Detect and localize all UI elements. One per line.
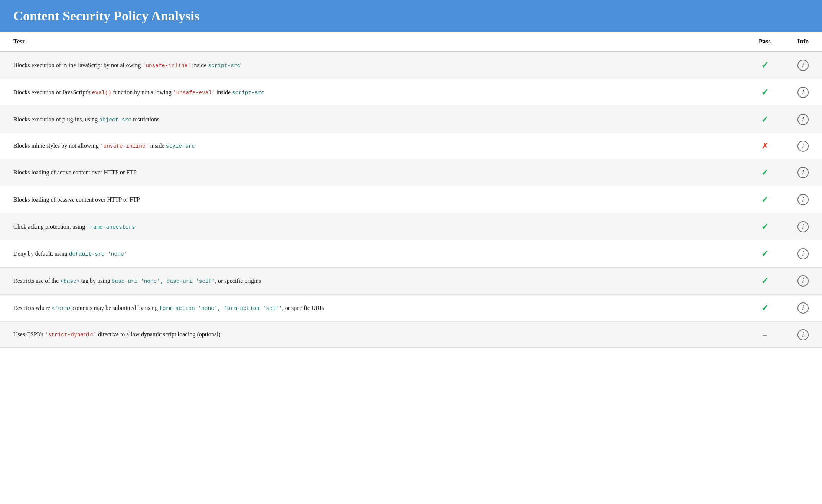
test-text: Restricts where <box>13 305 52 311</box>
info-icon[interactable]: i <box>797 194 809 205</box>
table-row: Restricts where <form> contents may be s… <box>0 295 822 322</box>
table-container: Test Pass Info Blocks execution of inlin… <box>0 32 822 355</box>
test-cell: Blocks execution of JavaScript's eval() … <box>0 79 746 106</box>
pass-check-icon: ✓ <box>761 249 769 259</box>
code-teal: script-src <box>208 63 240 69</box>
table-header-row: Test Pass Info <box>0 32 822 52</box>
info-icon[interactable]: i <box>797 329 809 340</box>
table-row: Blocks loading of active content over HT… <box>0 159 822 186</box>
code-teal: <form> <box>52 305 71 311</box>
code-teal: object-src <box>99 117 131 123</box>
test-text: function by not allowing <box>111 89 173 95</box>
info-icon[interactable]: i <box>797 114 809 125</box>
info-icon[interactable]: i <box>797 167 809 178</box>
table-row: Blocks inline styles by not allowing 'un… <box>0 133 822 159</box>
test-text: inside <box>215 89 232 95</box>
code-teal: script-src <box>232 90 264 96</box>
code-red: 'unsafe-eval' <box>173 90 215 96</box>
test-cell: Restricts use of the <base> tag by using… <box>0 268 746 295</box>
test-cell: Clickjacking protection, using frame-anc… <box>0 213 746 240</box>
info-icon[interactable]: i <box>797 141 809 152</box>
info-icon[interactable]: i <box>797 87 809 98</box>
test-text: Uses CSP3's <box>13 331 45 337</box>
test-text: , or specific URIs <box>282 305 324 311</box>
col-header-info: Info <box>784 32 822 52</box>
table-row: Deny by default, using default-src 'none… <box>0 240 822 268</box>
pass-check-icon: ✓ <box>761 222 769 232</box>
info-cell: i <box>784 268 822 295</box>
col-header-test: Test <box>0 32 746 52</box>
code-red: eval() <box>92 90 111 96</box>
info-cell: i <box>784 79 822 106</box>
test-text: restrictions <box>131 116 159 122</box>
code-red: 'unsafe-inline' <box>143 63 191 69</box>
test-text: Blocks loading of active content over HT… <box>13 169 137 176</box>
code-red: 'strict-dynamic' <box>45 332 97 338</box>
info-cell: i <box>784 322 822 348</box>
test-text: Restricts use of the <box>13 278 60 284</box>
test-text: inside <box>191 62 208 68</box>
results-table: Test Pass Info Blocks execution of inlin… <box>0 32 822 348</box>
pass-cell: ✓ <box>746 186 784 213</box>
test-text: tag by using <box>79 278 111 284</box>
table-row: Blocks execution of plug-ins, using obje… <box>0 106 822 133</box>
pass-cell: – <box>746 322 784 348</box>
pass-cross-icon: ✗ <box>761 141 768 151</box>
test-text: Blocks execution of plug-ins, using <box>13 116 99 122</box>
table-row: Blocks execution of JavaScript's eval() … <box>0 79 822 106</box>
info-cell: i <box>784 106 822 133</box>
table-row: Restricts use of the <base> tag by using… <box>0 268 822 295</box>
info-icon[interactable]: i <box>797 60 809 71</box>
code-teal: form-action 'none', form-action 'self' <box>159 305 282 311</box>
page-header: Content Security Policy Analysis <box>0 0 822 32</box>
table-row: Clickjacking protection, using frame-anc… <box>0 213 822 240</box>
pass-cell: ✓ <box>746 268 784 295</box>
page-title: Content Security Policy Analysis <box>13 8 809 24</box>
info-cell: i <box>784 52 822 79</box>
pass-check-icon: ✓ <box>761 195 769 204</box>
test-cell: Blocks inline styles by not allowing 'un… <box>0 133 746 159</box>
info-cell: i <box>784 213 822 240</box>
code-teal: frame-ancestors <box>87 224 135 230</box>
info-icon[interactable]: i <box>797 302 809 314</box>
pass-cell: ✓ <box>746 295 784 322</box>
table-row: Blocks loading of passive content over H… <box>0 186 822 213</box>
test-text: inside <box>149 143 166 149</box>
pass-check-icon: ✓ <box>761 168 769 177</box>
info-cell: i <box>784 240 822 268</box>
code-teal: <base> <box>60 278 79 284</box>
info-cell: i <box>784 186 822 213</box>
test-text: Blocks loading of passive content over H… <box>13 196 140 203</box>
test-text: Clickjacking protection, using <box>13 223 87 230</box>
test-cell: Restricts where <form> contents may be s… <box>0 295 746 322</box>
test-cell: Blocks execution of inline JavaScript by… <box>0 52 746 79</box>
test-cell: Uses CSP3's 'strict-dynamic' directive t… <box>0 322 746 348</box>
pass-cell: ✗ <box>746 133 784 159</box>
info-cell: i <box>784 133 822 159</box>
pass-cell: ✓ <box>746 52 784 79</box>
pass-dash-icon: – <box>763 330 767 339</box>
test-cell: Blocks loading of passive content over H… <box>0 186 746 213</box>
pass-check-icon: ✓ <box>761 276 769 286</box>
pass-cell: ✓ <box>746 240 784 268</box>
page-wrapper: Content Security Policy Analysis Test Pa… <box>0 0 822 355</box>
test-text: , or specific origins <box>215 278 261 284</box>
info-icon[interactable]: i <box>797 248 809 259</box>
table-row: Uses CSP3's 'strict-dynamic' directive t… <box>0 322 822 348</box>
info-icon[interactable]: i <box>797 221 809 232</box>
table-row: Blocks execution of inline JavaScript by… <box>0 52 822 79</box>
col-header-pass: Pass <box>746 32 784 52</box>
info-icon[interactable]: i <box>797 275 809 287</box>
test-text: contents may be submitted by using <box>71 305 159 311</box>
test-text: Blocks inline styles by not allowing <box>13 143 100 149</box>
test-text: Blocks execution of inline JavaScript by… <box>13 62 143 68</box>
test-text: directive to allow dynamic script loadin… <box>97 331 221 337</box>
code-teal: default-src 'none' <box>69 251 127 257</box>
code-teal: style-src <box>166 143 195 149</box>
code-red: 'unsafe-inline' <box>100 143 149 149</box>
pass-cell: ✓ <box>746 79 784 106</box>
info-cell: i <box>784 295 822 322</box>
code-teal: base-uri 'none', base-uri 'self' <box>112 278 215 284</box>
pass-check-icon: ✓ <box>761 60 769 70</box>
pass-cell: ✓ <box>746 213 784 240</box>
